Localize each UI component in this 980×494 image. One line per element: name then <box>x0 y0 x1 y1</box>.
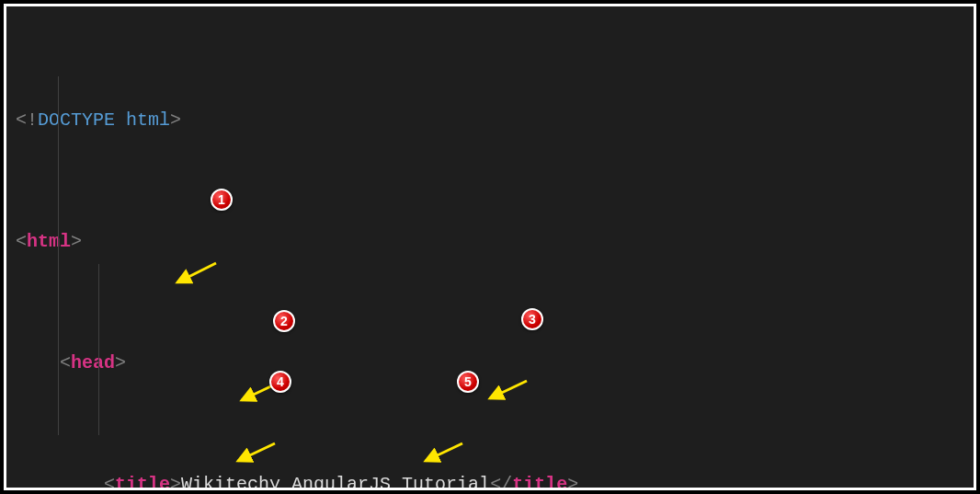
annotation-marker-3: 3 <box>521 308 543 330</box>
annotation-arrow <box>233 378 268 396</box>
annotation-marker-5: 5 <box>457 371 479 393</box>
indent-guide <box>58 76 59 435</box>
indent-guide <box>98 264 99 435</box>
code-line: <title>Wikitechy AngularJS Tutorial</tit… <box>16 469 964 490</box>
annotation-arrow <box>484 316 519 334</box>
annotation-marker-4: 4 <box>269 371 291 393</box>
code-line: <!DOCTYPE html> <box>16 105 964 135</box>
annotation-arrow <box>420 378 455 396</box>
annotation-marker-2: 2 <box>273 310 295 332</box>
svg-line-0 <box>177 263 216 282</box>
code-block: <!DOCTYPE html> <html> <head> <title>Wik… <box>4 4 976 490</box>
svg-line-4 <box>426 443 462 461</box>
annotation-marker-1: 1 <box>211 189 233 211</box>
svg-line-3 <box>238 443 275 461</box>
annotation-arrow <box>236 317 271 336</box>
annotation-arrow <box>172 200 207 218</box>
code-line: <html> <box>16 226 964 257</box>
svg-line-2 <box>490 381 527 398</box>
